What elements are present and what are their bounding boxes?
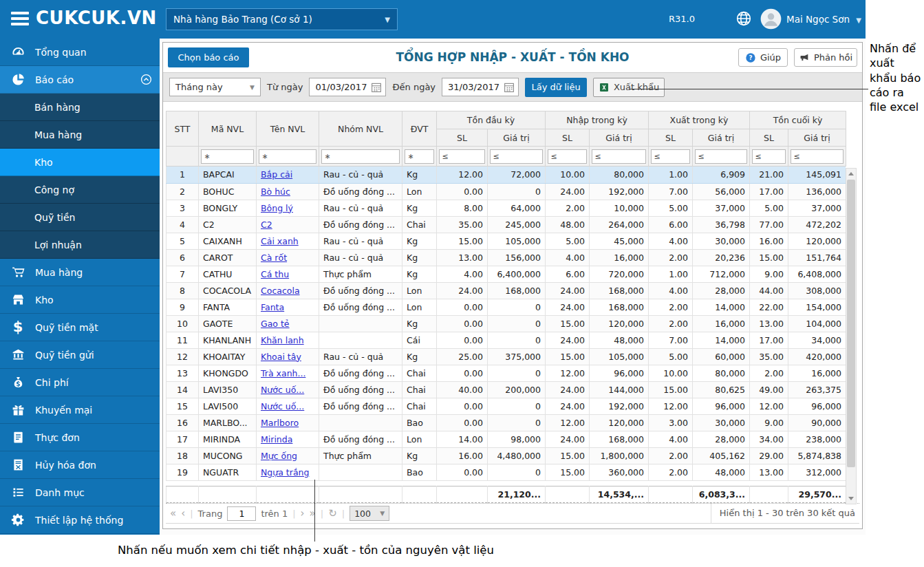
- column-header-ten-nvl[interactable]: Tên NVL: [257, 111, 319, 147]
- calendar-icon[interactable]: [370, 81, 383, 94]
- column-filter-input[interactable]: [213, 151, 253, 162]
- column-header-sl[interactable]: SL: [437, 129, 488, 147]
- column-filter-input[interactable]: [559, 151, 586, 162]
- material-detail-link[interactable]: Bắp cải: [261, 169, 292, 180]
- column-filter-input[interactable]: [451, 151, 484, 162]
- refresh-icon[interactable]: ↻: [328, 509, 337, 519]
- column-filter-input[interactable]: [416, 151, 433, 162]
- material-detail-link[interactable]: Mirinda: [261, 434, 292, 445]
- table-row[interactable]: 7CATHUCá thuThực phẩmKg4.006,400,0006.00…: [166, 266, 846, 282]
- next-page-icon[interactable]: ›: [301, 509, 305, 519]
- sidebar-item-huy-hoa-don[interactable]: Hủy hóa đơn: [0, 451, 160, 479]
- column-header-ma-nvl[interactable]: Mã NVL: [199, 111, 257, 147]
- sidebar-item-mua-hang[interactable]: Mua hàng: [0, 121, 160, 149]
- avatar[interactable]: [760, 8, 782, 30]
- column-header-sl[interactable]: SL: [546, 129, 590, 147]
- sidebar-item-chi-phi[interactable]: Chi phí: [0, 369, 160, 396]
- column-filter-input[interactable]: [502, 151, 542, 162]
- material-detail-link[interactable]: Khăn lanh: [261, 335, 304, 345]
- column-filter-input[interactable]: [663, 151, 689, 162]
- sidebar-item-tong-quan[interactable]: Tổng quan: [0, 39, 160, 66]
- sidebar-item-thuc-don[interactable]: Thực đơn: [0, 424, 160, 451]
- calendar-icon[interactable]: [503, 81, 515, 94]
- period-select[interactable]: Tháng này ▼: [169, 78, 261, 96]
- first-page-icon[interactable]: «: [170, 509, 176, 519]
- filter-operator-icon[interactable]: ≤: [652, 152, 663, 161]
- table-row[interactable]: 2BOHUCBò húcĐồ uống đóng ...Lon0.00024.0…: [166, 183, 846, 200]
- sidebar-item-danh-muc[interactable]: Danh mục: [0, 479, 160, 506]
- prev-page-icon[interactable]: ‹: [181, 509, 185, 519]
- from-date-input[interactable]: [310, 82, 370, 92]
- scroll-down-icon[interactable]: [846, 493, 856, 504]
- material-detail-link[interactable]: Mực ống: [261, 451, 297, 461]
- sidebar-item-ban-hang[interactable]: Bán hàng: [0, 94, 160, 121]
- material-detail-link[interactable]: Marlboro: [261, 418, 299, 428]
- column-header-gia-tri[interactable]: Giá trị: [488, 129, 546, 147]
- material-detail-link[interactable]: Cà rốt: [261, 253, 287, 263]
- material-detail-link[interactable]: Cocacola: [261, 286, 300, 296]
- page-number-input[interactable]: [227, 506, 256, 521]
- table-row[interactable]: 8COCACOLACocacolaĐồ uống đóng ...Lon24.0…: [166, 282, 846, 299]
- hamburger-menu-icon[interactable]: [11, 12, 29, 27]
- material-detail-link[interactable]: Gao tẻ: [261, 319, 290, 329]
- table-row[interactable]: 3BONGLYBông lýRau - củ - quảKg8.0064,000…: [166, 200, 846, 216]
- help-button[interactable]: ? Giúp: [738, 48, 788, 67]
- user-menu[interactable]: Mai Ngọc Sơn ▼: [786, 14, 861, 25]
- sidebar-item-quy-tien-mat[interactable]: $Quỹ tiền mặt: [0, 314, 160, 341]
- material-detail-link[interactable]: Bò húc: [261, 186, 290, 197]
- vertical-scrollbar[interactable]: [846, 168, 857, 504]
- filter-operator-icon[interactable]: ≤: [491, 152, 502, 161]
- restaurant-selector[interactable]: Nhà hàng Bảo Trang (Cơ sở 1) ▼: [166, 8, 398, 30]
- filter-operator-icon[interactable]: ≤: [548, 152, 559, 161]
- material-detail-link[interactable]: Nước uố...: [261, 385, 304, 395]
- material-detail-link[interactable]: Bông lý: [261, 203, 293, 213]
- filter-operator-icon[interactable]: ∗: [202, 152, 213, 161]
- material-detail-link[interactable]: Nước uố...: [261, 401, 304, 411]
- table-row[interactable]: 5CAIXANHCải xanhRau - củ - quảKg15.00105…: [166, 233, 846, 249]
- sidebar-item-quy-tien-gui[interactable]: Quỹ tiền gửi: [0, 341, 160, 369]
- load-data-button[interactable]: Lấy dữ liệu: [525, 78, 587, 97]
- column-filter-input[interactable]: [603, 151, 645, 162]
- sidebar-item-quy-tien[interactable]: Quỹ tiền: [0, 204, 160, 231]
- filter-operator-icon[interactable]: ∗: [322, 152, 333, 161]
- filter-operator-icon[interactable]: ≤: [440, 152, 451, 161]
- material-detail-link[interactable]: Khoai tây: [261, 352, 301, 362]
- column-filter-input[interactable]: [333, 151, 399, 162]
- filter-operator-icon[interactable]: ∗: [259, 152, 270, 161]
- table-row[interactable]: 9FANTAFantaĐồ uống đóng ...Lon0.00024.00…: [166, 299, 846, 315]
- table-row[interactable]: 17MIRINDAMirindaĐồ uống đóng ...Lon14.00…: [166, 431, 846, 447]
- sidebar-item-kho[interactable]: Kho: [0, 149, 160, 176]
- filter-operator-icon[interactable]: ≤: [696, 152, 707, 161]
- column-header-dvt[interactable]: ĐVT: [402, 111, 437, 147]
- table-row[interactable]: 16MARLBO...MarlboroBao0.00012.00120,0003…: [166, 414, 846, 431]
- feedback-button[interactable]: Phản hồi: [794, 48, 857, 67]
- column-header-gia-tri[interactable]: Giá trị: [693, 129, 750, 147]
- sidebar-item-loi-nhuan[interactable]: Lợi nhuận: [0, 231, 160, 259]
- filter-operator-icon[interactable]: ∗: [405, 152, 416, 161]
- column-header-gia-tri[interactable]: Giá trị: [590, 129, 649, 147]
- sidebar-item-cong-no[interactable]: Công nợ: [0, 176, 160, 204]
- filter-operator-icon[interactable]: ≤: [592, 152, 603, 161]
- sidebar-item-thiet-lap-he-thong[interactable]: Thiết lập hệ thống: [0, 506, 160, 534]
- table-row[interactable]: 1BAPCAIBắp cảiRau - củ - quảKg12.0072,00…: [166, 167, 846, 183]
- column-header-nhom-nvl[interactable]: Nhóm NVL: [319, 111, 402, 147]
- column-filter-input[interactable]: [707, 151, 746, 162]
- column-filter-input[interactable]: [270, 151, 316, 162]
- table-row[interactable]: 6CAROTCà rốtRau - củ - quảKg13.00156,000…: [166, 249, 846, 266]
- column-header-sl[interactable]: SL: [649, 129, 693, 147]
- column-filter-input[interactable]: [802, 151, 843, 162]
- sidebar-item-kho[interactable]: Kho: [0, 286, 160, 314]
- column-filter-input[interactable]: [764, 151, 785, 162]
- to-date-input[interactable]: [442, 82, 503, 92]
- material-detail-link[interactable]: Ngựa trắng: [261, 467, 309, 478]
- column-header-sl[interactable]: SL: [750, 129, 788, 147]
- filter-operator-icon[interactable]: ≤: [753, 152, 764, 161]
- globe-icon[interactable]: [735, 10, 753, 28]
- column-header-stt[interactable]: STT: [166, 111, 199, 147]
- table-row[interactable]: 19NGUATRNgựa trắngBao0.00015.00360,0002.…: [166, 464, 846, 480]
- page-size-select[interactable]: 100 ▼: [350, 506, 389, 521]
- scroll-up-icon[interactable]: [846, 169, 856, 179]
- export-button[interactable]: Xuất khẩu: [593, 78, 665, 97]
- table-row[interactable]: 10GAOTEGao tẻKg0.00015.00120,0002.0016,0…: [166, 315, 846, 332]
- table-row[interactable]: 12KHOAITAYKhoai tâyRau - củ - quảKg25.00…: [166, 348, 846, 365]
